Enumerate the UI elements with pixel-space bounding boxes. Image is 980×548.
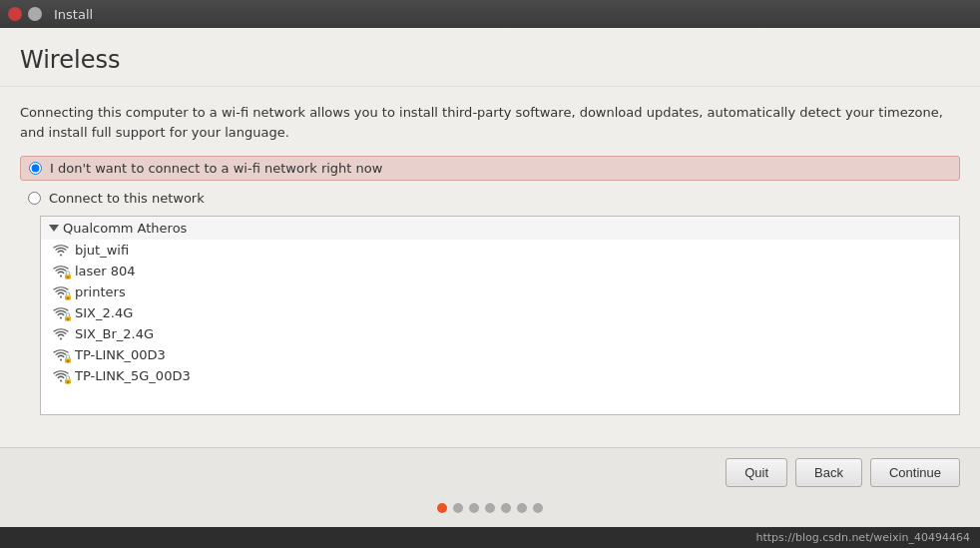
no-wifi-label: I don't want to connect to a wi-fi netwo… <box>50 161 382 176</box>
wifi-icon <box>53 328 69 340</box>
network-ssid: bjut_wifi <box>75 243 129 258</box>
page-header: Wireless <box>0 28 980 87</box>
lock-icon: 🔒 <box>63 312 73 321</box>
footer: Quit Back Continue <box>0 447 980 527</box>
network-ssid: printers <box>75 284 126 299</box>
close-button[interactable] <box>8 7 22 21</box>
progress-dot <box>517 503 527 513</box>
network-ssid: TP-LINK_5G_00D3 <box>75 368 191 383</box>
network-item[interactable]: bjut_wifi <box>41 240 959 261</box>
minimize-button[interactable] <box>28 7 42 21</box>
connect-wifi-label: Connect to this network <box>49 191 205 206</box>
quit-button[interactable]: Quit <box>726 458 787 487</box>
progress-dot <box>469 503 479 513</box>
lock-icon: 🔒 <box>63 291 73 300</box>
wifi-icon: 🔒 <box>53 370 69 382</box>
continue-button[interactable]: Continue <box>870 458 960 487</box>
back-button[interactable]: Back <box>795 458 862 487</box>
network-list[interactable]: Qualcomm Atheros bjut_wifi 🔒laser 804 🔒p… <box>40 216 960 415</box>
network-ssid: laser 804 <box>75 264 136 278</box>
wifi-icon: 🔒 <box>53 266 69 277</box>
wifi-icon: 🔒 <box>53 307 69 319</box>
progress-dot <box>533 503 543 513</box>
connect-wifi-option[interactable]: Connect to this network <box>20 187 960 210</box>
progress-dot <box>501 503 511 513</box>
lock-icon: 🔒 <box>63 375 73 384</box>
network-item[interactable]: SIX_Br_2.4G <box>41 323 959 344</box>
page-title: Wireless <box>20 46 960 74</box>
progress-dots <box>20 495 960 517</box>
network-item[interactable]: 🔒SIX_2.4G <box>41 302 959 323</box>
network-item[interactable]: 🔒printers <box>41 281 959 302</box>
network-items: bjut_wifi 🔒laser 804 🔒printers 🔒SIX_2.4G… <box>41 240 959 386</box>
no-wifi-radio[interactable] <box>29 162 42 175</box>
collapse-icon[interactable] <box>49 225 59 232</box>
network-item[interactable]: 🔒laser 804 <box>41 261 959 281</box>
connect-wifi-radio[interactable] <box>28 192 41 205</box>
lock-icon: 🔒 <box>63 271 73 279</box>
network-ssid: SIX_Br_2.4G <box>75 326 154 341</box>
network-ssid: TP-LINK_00D3 <box>75 347 166 362</box>
network-ssid: SIX_2.4G <box>75 305 133 320</box>
no-wifi-option[interactable]: I don't want to connect to a wi-fi netwo… <box>20 156 960 181</box>
url-bar: https://blog.csdn.net/weixin_40494464 <box>0 527 980 548</box>
lock-icon: 🔒 <box>63 354 73 363</box>
wifi-icon: 🔒 <box>53 286 69 298</box>
adapter-name: Qualcomm Atheros <box>63 221 187 236</box>
network-item[interactable]: 🔒TP-LINK_5G_00D3 <box>41 365 959 386</box>
network-item[interactable]: 🔒TP-LINK_00D3 <box>41 344 959 365</box>
progress-dot <box>453 503 463 513</box>
wifi-icon: 🔒 <box>53 349 69 361</box>
window-title: Install <box>54 7 93 22</box>
url-text: https://blog.csdn.net/weixin_40494464 <box>755 531 970 544</box>
progress-dot <box>437 503 447 513</box>
titlebar: Install <box>0 0 980 28</box>
main-window: Wireless Connecting this computer to a w… <box>0 28 980 527</box>
adapter-row: Qualcomm Atheros <box>41 217 959 240</box>
footer-buttons: Quit Back Continue <box>20 458 960 487</box>
content-area: Connecting this computer to a wi-fi netw… <box>0 87 980 447</box>
progress-dot <box>485 503 495 513</box>
description-text: Connecting this computer to a wi-fi netw… <box>20 103 960 142</box>
wifi-icon <box>53 245 69 257</box>
